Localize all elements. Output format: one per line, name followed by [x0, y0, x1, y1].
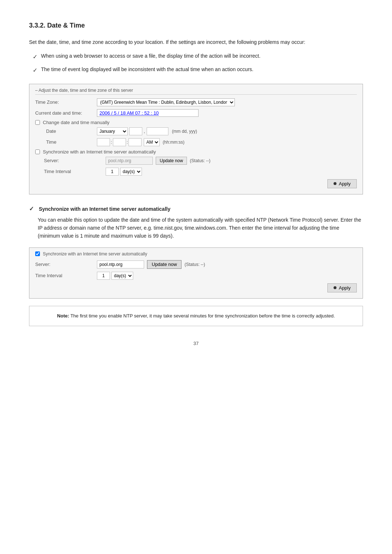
update-now-button-2[interactable]: Update now	[147, 260, 181, 269]
month-select[interactable]: January February March April May June Ju…	[97, 127, 128, 135]
section-title: 3.3.2. Date & Time	[29, 22, 363, 29]
date-hint: (mm dd, yyy)	[172, 129, 197, 134]
sync-checkbox-1[interactable]	[35, 149, 40, 154]
server-input-1[interactable]	[106, 157, 153, 165]
note-box: Note: The first time you enable NTP serv…	[29, 306, 363, 326]
interval-input-2[interactable]	[97, 272, 110, 280]
server-label-2: Server:	[35, 262, 97, 267]
interval-input-1[interactable]	[106, 168, 119, 176]
config-panel-2: Synchronize with an Internet time server…	[29, 247, 363, 299]
panel1-title: – Adjust the date, time and time zone of…	[35, 88, 357, 95]
time-hint: (hh:mm:ss)	[163, 140, 184, 145]
change-manually-row: Change date and time manually	[35, 120, 357, 125]
interval-unit-select-1[interactable]: day(s)	[120, 168, 142, 176]
change-manually-checkbox[interactable]	[35, 120, 40, 125]
checkmark-icon-2: ✓	[33, 66, 37, 75]
year-input[interactable]	[147, 127, 168, 135]
sync-checkbox-row-1: Synchronize with an Internet time server…	[35, 149, 357, 155]
day-input[interactable]	[129, 127, 142, 135]
apply-dot-1	[334, 182, 336, 185]
sync-checkbox-2[interactable]	[35, 251, 40, 256]
checkmark-icon-sync: ✓	[29, 206, 34, 212]
interval-label-2: Time Interval	[35, 273, 97, 278]
apply-row-2: Apply	[35, 283, 357, 292]
bullet-item-1: ✓ When using a web browser to access or …	[33, 52, 363, 62]
current-dt-row: Current date and time: 2006 / 5 / 18 AM …	[35, 109, 357, 117]
server-input-area-1: Update now (Status: --)	[106, 157, 211, 165]
server-input-2[interactable]	[97, 260, 144, 268]
date-row: Date January February March April May Ju…	[35, 127, 357, 135]
note-text: Note: The first time you enable NTP serv…	[40, 312, 352, 320]
apply-dot-2	[334, 286, 336, 289]
interval-unit-select-2[interactable]: day(s)	[111, 272, 133, 280]
intro-text: Set the date, time, and time zone accord…	[29, 38, 363, 46]
interval-row-2: Time Interval day(s)	[35, 272, 357, 280]
config-panel-1: – Adjust the date, time and time zone of…	[29, 84, 363, 194]
sync-section-heading: ✓ Synchronize with an Internet time serv…	[29, 205, 363, 212]
interval-row-1: Time Interval day(s)	[35, 168, 357, 176]
server-row-2: Server: Update now (Status: --)	[35, 260, 357, 269]
ampm-select[interactable]: AM PM	[144, 138, 160, 146]
hour-input[interactable]	[97, 138, 110, 146]
checkmark-icon-1: ✓	[33, 52, 37, 62]
minute-input[interactable]	[113, 138, 126, 146]
current-dt-label: Current date and time:	[35, 110, 97, 116]
apply-row-1: Apply	[35, 179, 357, 188]
sync-checkbox-label-1: Synchronize with an Internet time server…	[43, 149, 156, 155]
current-datetime-value: 2006 / 5 / 18 AM 07 : 52 : 10	[97, 109, 199, 117]
interval-input-area-1: day(s)	[106, 168, 142, 176]
server-label-1: Server:	[44, 158, 106, 163]
sync-title-row-2: Synchronize with an Internet time server…	[35, 251, 357, 257]
bullet-list: ✓ When using a web browser to access or …	[29, 52, 363, 75]
timezone-label: Time Zone:	[35, 99, 97, 105]
bullet-item-2: ✓ The time of event log displayed will b…	[33, 65, 363, 75]
sync-description: You can enable this option to update the…	[29, 216, 363, 240]
status-text-1: (Status: --)	[190, 158, 211, 163]
date-inputs: January February March April May June Ju…	[97, 127, 197, 135]
second-input[interactable]	[128, 138, 142, 146]
time-inputs: : : AM PM (hh:mm:ss)	[97, 138, 184, 146]
time-label: Time	[35, 139, 97, 145]
page-number: 37	[29, 341, 363, 346]
apply-button-2[interactable]: Apply	[327, 283, 357, 292]
apply-button-1[interactable]: Apply	[327, 179, 357, 188]
date-label: Date	[35, 128, 97, 134]
interval-input-area-2: day(s)	[97, 272, 133, 280]
timezone-row: Time Zone: (GMT) Greenwich Mean Time : D…	[35, 98, 357, 106]
server-row-1: Server: Update now (Status: --)	[35, 157, 357, 165]
note-bold: Note:	[57, 313, 69, 319]
status-text-2: (Status: --)	[184, 262, 205, 267]
time-row: Time : : AM PM (hh:mm:ss)	[35, 138, 357, 146]
server-input-area-2: Update now (Status: --)	[97, 260, 205, 269]
timezone-select[interactable]: (GMT) Greenwich Mean Time : Dublin, Edin…	[97, 98, 235, 106]
change-manually-label: Change date and time manually	[43, 120, 110, 125]
interval-label-1: Time Interval	[44, 169, 106, 174]
update-now-button-1[interactable]: Update now	[156, 157, 187, 165]
